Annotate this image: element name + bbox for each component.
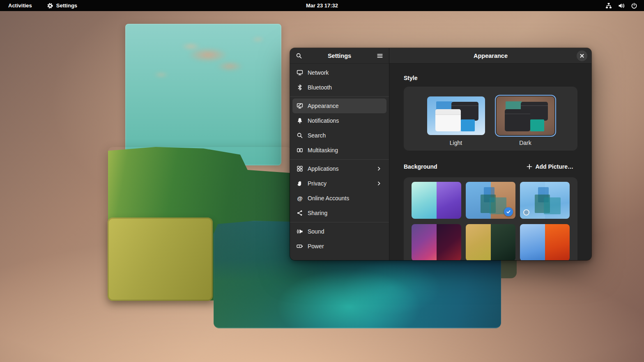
sidebar-item-label: Multitasking	[308, 147, 338, 154]
sidebar: Settings Network	[290, 48, 389, 260]
sidebar-item-bluetooth[interactable]: Bluetooth	[292, 80, 386, 95]
style-option-dark[interactable]: Dark	[495, 95, 556, 146]
wallpaper-yellow-folder	[108, 218, 213, 301]
background-thumbnail[interactable]	[466, 224, 515, 260]
sidebar-item-label: Network	[308, 69, 329, 76]
sidebar-item-privacy[interactable]: Privacy	[292, 176, 386, 191]
sidebar-item-label: Sound	[308, 228, 324, 235]
share-icon	[297, 210, 303, 216]
system-status-area[interactable]	[605, 2, 644, 9]
preview-window-front	[435, 109, 461, 131]
hamburger-icon	[377, 53, 383, 59]
sidebar-item-online-accounts[interactable]: @ Online Accounts	[292, 191, 386, 206]
background-section-label: Background	[404, 163, 437, 170]
close-button[interactable]	[577, 50, 587, 61]
sidebar-item-label: Online Accounts	[308, 195, 349, 202]
focused-app-label: Settings	[56, 2, 77, 9]
activities-label: Activities	[8, 2, 32, 9]
app-menu-button[interactable]: Settings	[44, 2, 80, 10]
preview-folder-icon	[461, 119, 475, 131]
speaker-icon	[297, 228, 303, 235]
style-dark-label: Dark	[519, 140, 531, 146]
clock[interactable]: Mar 23 17:32	[303, 2, 341, 9]
selected-check-badge	[504, 207, 513, 216]
sidebar-separator	[290, 222, 389, 222]
sidebar-item-sharing[interactable]: Sharing	[292, 206, 386, 220]
sidebar-separator	[290, 159, 389, 160]
sidebar-item-label: Applications	[308, 165, 339, 172]
window-title: Settings	[305, 53, 374, 59]
preview-folder-icon	[530, 119, 544, 131]
chevron-right-icon	[376, 165, 382, 172]
sidebar-item-network[interactable]: Network	[292, 65, 386, 80]
background-section-header: Background Add Picture…	[404, 161, 577, 172]
sidebar-item-notifications[interactable]: Notifications	[292, 113, 386, 128]
settings-window: Settings Network	[290, 48, 591, 260]
primary-menu-button[interactable]	[374, 50, 386, 62]
power-icon	[631, 2, 637, 9]
desktop: Activities Settings Mar 23 17:32	[0, 0, 644, 362]
background-thumbnail[interactable]	[520, 182, 570, 219]
sidebar-item-multitasking[interactable]: Multitasking	[292, 143, 386, 158]
style-light-preview	[427, 96, 485, 135]
top-bar: Activities Settings Mar 23 17:32	[0, 0, 644, 11]
sidebar-item-applications[interactable]: Applications	[292, 161, 386, 176]
display-icon	[297, 69, 303, 76]
sidebar-item-appearance[interactable]: Appearance	[292, 99, 386, 113]
plus-icon	[527, 164, 532, 170]
background-thumbnail[interactable]	[412, 224, 461, 260]
gear-icon	[47, 2, 53, 9]
style-light-frame	[426, 95, 487, 137]
style-section-label: Style	[404, 75, 577, 81]
background-grid	[404, 177, 577, 260]
appearance-icon	[297, 103, 303, 109]
sidebar-item-label: Sharing	[308, 210, 327, 216]
style-dark-frame	[495, 95, 556, 137]
sidebar-item-label: Power	[308, 243, 324, 250]
battery-icon	[297, 243, 303, 250]
add-picture-label: Add Picture…	[535, 163, 573, 170]
multitasking-icon	[297, 147, 303, 154]
sidebar-nav: Network Bluetooth Appearance	[290, 64, 389, 255]
search-button[interactable]	[293, 50, 305, 62]
at-icon: @	[297, 195, 303, 202]
bluetooth-icon	[297, 84, 303, 91]
chevron-right-icon	[376, 180, 382, 187]
sidebar-item-sound[interactable]: Sound	[292, 224, 386, 239]
appearance-panel: Appearance Style	[389, 48, 591, 260]
panel-title: Appearance	[474, 53, 508, 59]
sidebar-item-label: Privacy	[308, 180, 327, 187]
background-thumbnail[interactable]	[466, 182, 515, 219]
magnifier-icon	[296, 53, 302, 59]
style-light-label: Light	[450, 140, 462, 146]
sidebar-item-label: Appearance	[308, 103, 339, 109]
network-icon	[605, 2, 612, 9]
background-thumbnail[interactable]	[520, 224, 570, 260]
sidebar-item-power[interactable]: Power	[292, 239, 386, 254]
wallpaper-sky-panel	[125, 24, 281, 165]
volume-icon	[618, 2, 625, 9]
activities-button[interactable]: Activities	[6, 2, 34, 9]
style-dark-preview	[497, 96, 554, 135]
sidebar-item-label: Search	[308, 132, 326, 139]
style-card: Light Dark	[404, 87, 577, 151]
sidebar-item-label: Notifications	[308, 117, 339, 124]
sidebar-separator	[290, 96, 389, 97]
sidebar-headerbar: Settings	[290, 48, 389, 64]
hand-icon	[297, 180, 303, 187]
thumb-art	[544, 197, 561, 214]
style-option-light[interactable]: Light	[426, 95, 487, 146]
background-thumbnail[interactable]	[412, 182, 461, 219]
check-icon	[506, 209, 511, 214]
magnifier-icon	[297, 132, 303, 139]
sidebar-item-search[interactable]: Search	[292, 128, 386, 143]
add-picture-button[interactable]: Add Picture…	[522, 161, 577, 172]
panel-headerbar: Appearance	[389, 48, 591, 64]
close-icon	[580, 53, 584, 58]
sidebar-item-label: Bluetooth	[308, 84, 332, 91]
variant-badge	[523, 209, 529, 215]
bell-icon	[297, 117, 303, 124]
panel-content: Style Light	[389, 64, 591, 260]
grid-icon	[297, 165, 303, 172]
preview-window-front	[505, 109, 530, 131]
